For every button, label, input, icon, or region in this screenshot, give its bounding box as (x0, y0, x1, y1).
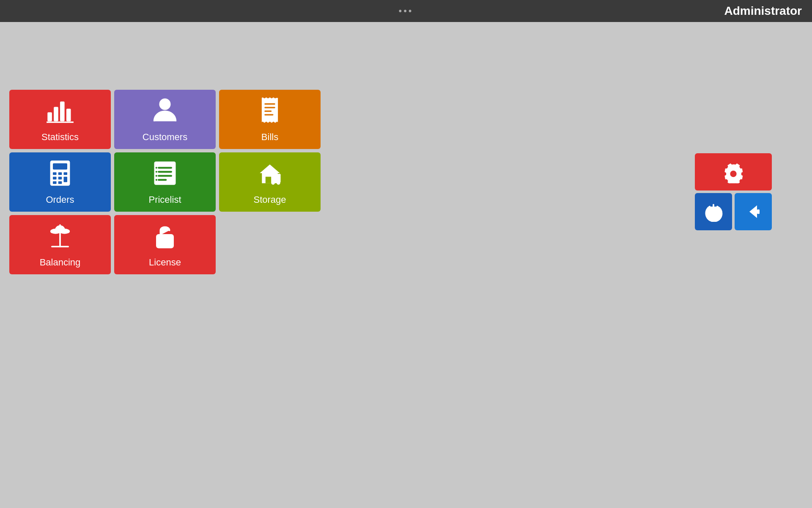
user-title: Administrator (724, 4, 802, 18)
balancing-label: Balancing (40, 257, 81, 268)
customers-label: Customers (143, 132, 187, 143)
svg-rect-9 (264, 114, 273, 116)
svg-rect-3 (66, 109, 71, 121)
svg-rect-12 (53, 172, 57, 175)
svg-rect-11 (53, 163, 67, 170)
svg-rect-21 (158, 167, 172, 168)
bottom-controls (695, 193, 772, 230)
right-controls (695, 153, 772, 230)
svg-marker-43 (749, 205, 757, 218)
svg-rect-23 (158, 175, 172, 177)
svg-rect-7 (264, 107, 275, 108)
storage-icon (255, 159, 284, 191)
svg-rect-20 (154, 161, 176, 185)
svg-rect-0 (47, 112, 52, 121)
customers-icon (151, 96, 179, 128)
orders-label: Orders (46, 194, 74, 205)
svg-point-35 (277, 181, 280, 185)
svg-marker-29 (260, 165, 280, 173)
bills-label: Bills (261, 132, 278, 143)
svg-rect-13 (58, 172, 62, 175)
svg-rect-33 (274, 174, 280, 177)
tile-grid: Statistics Customers (9, 90, 321, 274)
svg-rect-24 (158, 179, 167, 181)
tile-storage[interactable]: Storage (219, 152, 321, 212)
svg-rect-31 (266, 177, 272, 183)
pricelist-icon (151, 159, 179, 191)
svg-point-5 (160, 99, 170, 109)
tile-pricelist[interactable]: Pricelist (114, 152, 216, 212)
bills-icon (255, 96, 284, 128)
svg-point-26 (156, 171, 157, 173)
pricelist-label: Pricelist (148, 194, 181, 205)
svg-rect-8 (264, 110, 272, 112)
tile-customers[interactable]: Customers (114, 90, 216, 149)
svg-point-25 (156, 167, 157, 168)
svg-rect-22 (158, 171, 172, 173)
svg-rect-1 (54, 107, 58, 121)
svg-point-27 (156, 175, 157, 177)
tile-balancing[interactable]: Balancing (9, 215, 111, 274)
main-content: Statistics Customers (0, 22, 812, 508)
power-icon (703, 202, 724, 222)
statistics-icon (46, 96, 74, 128)
svg-point-34 (271, 181, 275, 185)
svg-rect-18 (53, 181, 57, 184)
svg-point-28 (156, 179, 157, 181)
gear-icon (722, 160, 745, 183)
tile-orders[interactable]: Orders (9, 152, 111, 212)
svg-rect-16 (58, 177, 62, 179)
license-label: License (149, 257, 181, 268)
power-button[interactable] (695, 193, 732, 230)
back-button[interactable] (735, 193, 772, 230)
svg-rect-44 (757, 210, 760, 214)
tile-statistics[interactable]: Statistics (9, 90, 111, 149)
menu-dots[interactable]: ••• (398, 6, 413, 17)
svg-rect-15 (53, 177, 57, 179)
svg-rect-14 (64, 172, 68, 175)
back-icon (743, 202, 763, 222)
top-bar: ••• Administrator (0, 0, 812, 22)
balancing-icon (46, 221, 74, 254)
svg-rect-6 (264, 103, 275, 105)
svg-rect-17 (64, 177, 68, 182)
tile-bills[interactable]: Bills (219, 90, 321, 149)
statistics-label: Statistics (41, 132, 79, 143)
storage-label: Storage (253, 194, 286, 205)
svg-rect-19 (58, 181, 62, 184)
settings-button[interactable] (695, 153, 772, 190)
orders-icon (46, 159, 74, 191)
svg-point-42 (730, 171, 736, 177)
tile-license[interactable]: License (114, 215, 216, 274)
license-icon (151, 221, 179, 254)
svg-rect-2 (60, 102, 65, 121)
